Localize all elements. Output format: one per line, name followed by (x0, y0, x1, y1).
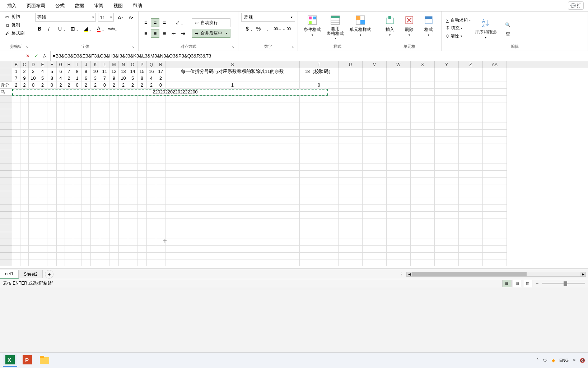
cell[interactable] (57, 164, 65, 171)
tray-app-icon[interactable]: ◆ (552, 358, 555, 363)
cell[interactable] (165, 150, 300, 157)
cell[interactable] (411, 191, 435, 198)
cell[interactable] (300, 246, 339, 253)
cell[interactable] (29, 253, 38, 259)
cell[interactable] (29, 137, 38, 143)
cell[interactable] (339, 143, 363, 150)
scrollbar-thumb[interactable] (412, 272, 527, 276)
cell[interactable] (57, 123, 65, 130)
cell[interactable] (339, 137, 363, 143)
cell[interactable] (411, 130, 435, 137)
cell[interactable] (363, 232, 387, 239)
cell[interactable] (12, 150, 20, 157)
cell[interactable] (29, 184, 38, 191)
cell[interactable] (65, 191, 73, 198)
cell[interactable] (12, 178, 20, 184)
cell[interactable] (459, 68, 483, 75)
cell[interactable] (339, 259, 363, 266)
cell[interactable] (137, 116, 147, 123)
cell[interactable] (363, 96, 387, 102)
cell[interactable] (435, 137, 459, 143)
cell[interactable] (91, 191, 100, 198)
cell[interactable] (339, 253, 363, 259)
cell[interactable] (20, 253, 29, 259)
cell[interactable] (100, 205, 109, 212)
cell[interactable] (65, 218, 73, 225)
cell[interactable] (147, 137, 156, 143)
underline-button[interactable]: U▾ (54, 24, 66, 33)
decrease-indent-button[interactable]: ⇤ (169, 29, 178, 38)
cell[interactable] (47, 225, 57, 232)
column-header[interactable]: X (411, 61, 435, 68)
cell[interactable] (363, 171, 387, 178)
cell[interactable] (91, 150, 100, 157)
cell[interactable] (91, 225, 100, 232)
cell[interactable] (128, 218, 137, 225)
cell[interactable] (29, 171, 38, 178)
cell[interactable] (300, 171, 339, 178)
cell[interactable] (387, 157, 411, 164)
cell[interactable] (128, 225, 137, 232)
cell[interactable] (137, 184, 147, 191)
cell[interactable] (38, 239, 47, 246)
cell[interactable]: 1 (73, 75, 81, 82)
cell[interactable] (387, 116, 411, 123)
cell[interactable] (459, 198, 483, 205)
cell[interactable] (73, 130, 81, 137)
cell[interactable] (165, 246, 300, 253)
autosum-button[interactable]: ∑ 自动求和 ▾ (444, 17, 472, 24)
cell[interactable] (137, 164, 147, 171)
cell[interactable] (73, 123, 81, 130)
italic-button[interactable]: I (45, 24, 53, 33)
cell[interactable] (387, 171, 411, 178)
cell[interactable] (387, 205, 411, 212)
cell[interactable] (339, 102, 363, 109)
cell[interactable] (483, 130, 507, 137)
column-header[interactable]: H (65, 61, 73, 68)
cell[interactable] (339, 68, 363, 75)
cell[interactable] (156, 212, 165, 218)
zoom-slider[interactable] (542, 283, 585, 284)
cell[interactable] (73, 218, 81, 225)
cell[interactable] (363, 109, 387, 116)
cell[interactable] (300, 123, 339, 130)
cell[interactable] (459, 259, 483, 266)
cell[interactable] (12, 96, 20, 102)
cell[interactable]: 2 (81, 82, 91, 89)
cell[interactable] (387, 198, 411, 205)
cell[interactable] (38, 171, 47, 178)
cell[interactable] (363, 253, 387, 259)
cell[interactable] (411, 218, 435, 225)
add-sheet-button[interactable]: + (45, 270, 53, 279)
bold-button[interactable]: B (35, 24, 44, 33)
cell[interactable]: 9 (81, 68, 91, 75)
cell[interactable] (57, 253, 65, 259)
cell[interactable] (65, 137, 73, 143)
row-header[interactable] (0, 246, 12, 253)
cell[interactable] (29, 212, 38, 218)
cell[interactable] (137, 246, 147, 253)
cell[interactable] (165, 171, 300, 178)
cell[interactable] (100, 184, 109, 191)
cell[interactable] (300, 253, 339, 259)
cell[interactable] (363, 246, 387, 253)
cell[interactable] (483, 164, 507, 171)
cell[interactable] (137, 232, 147, 239)
page-break-button[interactable]: ▥ (523, 280, 532, 287)
cell[interactable] (65, 259, 73, 266)
row-header[interactable] (0, 198, 12, 205)
cell[interactable] (38, 130, 47, 137)
column-header[interactable]: S (165, 61, 300, 68)
cell[interactable] (119, 137, 128, 143)
cell[interactable] (147, 184, 156, 191)
cell[interactable] (459, 123, 483, 130)
cell[interactable] (65, 143, 73, 150)
cell[interactable] (109, 157, 119, 164)
cell[interactable] (147, 116, 156, 123)
cell[interactable] (128, 123, 137, 130)
cell[interactable] (339, 164, 363, 171)
cell[interactable]: 2 (137, 82, 147, 89)
cell[interactable] (147, 109, 156, 116)
cell[interactable] (156, 178, 165, 184)
cell[interactable] (363, 137, 387, 143)
